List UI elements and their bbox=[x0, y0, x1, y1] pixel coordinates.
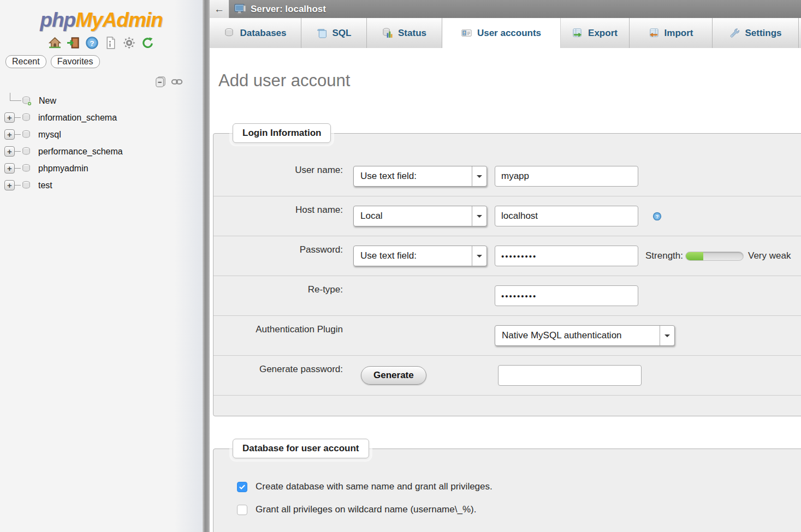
username-input[interactable] bbox=[495, 166, 638, 187]
dropdown-arrow-icon bbox=[472, 206, 486, 226]
tab-label: Settings bbox=[745, 28, 781, 39]
hostname-input[interactable] bbox=[495, 206, 638, 226]
toggle-navigation-button[interactable]: ← bbox=[210, 0, 229, 18]
svg-text:?: ? bbox=[656, 214, 659, 219]
sidebar-resize-handle[interactable] bbox=[203, 0, 210, 532]
expand-icon[interactable] bbox=[4, 146, 15, 157]
tab-export[interactable]: Export bbox=[561, 18, 630, 48]
tree-item-database[interactable]: test bbox=[0, 177, 203, 194]
export-icon bbox=[572, 28, 583, 38]
wrench-icon bbox=[729, 28, 739, 38]
tree-controls bbox=[0, 76, 183, 88]
docs-icon[interactable] bbox=[104, 36, 117, 50]
home-icon[interactable] bbox=[48, 36, 62, 50]
generated-password-input[interactable] bbox=[498, 365, 642, 386]
generate-button[interactable]: Generate bbox=[361, 366, 426, 385]
tab-settings[interactable]: Settings bbox=[713, 18, 799, 48]
expand-icon[interactable] bbox=[4, 112, 15, 123]
tree-item-label: New bbox=[39, 96, 56, 106]
tree-item-label: phpmyadmin bbox=[38, 164, 88, 174]
dropdown-arrow-icon bbox=[472, 246, 486, 266]
username-type-select[interactable]: Use text field: bbox=[353, 166, 487, 187]
settings-icon[interactable] bbox=[122, 36, 136, 50]
selected-option: Use text field: bbox=[360, 171, 417, 182]
strength-label: Strength: bbox=[645, 250, 683, 261]
database-for-user-legend: Database for user account bbox=[233, 439, 369, 458]
back-arrow-icon: ← bbox=[214, 3, 224, 15]
checkbox-label: Create database with same name and grant… bbox=[256, 481, 493, 492]
tab-status[interactable]: Status bbox=[367, 18, 442, 48]
grant-wildcard-checkbox[interactable] bbox=[237, 505, 247, 515]
tree-item-database[interactable]: phpmyadmin bbox=[0, 160, 203, 177]
user-accounts-icon bbox=[461, 28, 472, 38]
dropdown-arrow-icon bbox=[660, 326, 674, 345]
selected-option: Local bbox=[360, 211, 383, 222]
page-title: Add user account bbox=[218, 71, 801, 91]
phpmyadmin-logo[interactable]: phpMyAdmin bbox=[0, 0, 203, 32]
collapse-all-icon[interactable] bbox=[155, 76, 167, 88]
tree-connector bbox=[15, 168, 21, 169]
auth-plugin-row: Authentication Plugin Native MySQL authe… bbox=[213, 316, 801, 356]
username-label: User name: bbox=[227, 157, 343, 176]
tree-item-label: test bbox=[38, 181, 52, 190]
password-label: Password: bbox=[227, 236, 343, 255]
tree-item-new[interactable]: New bbox=[0, 92, 203, 109]
create-database-checkbox[interactable] bbox=[237, 482, 247, 492]
sidebar-toolbar: ? bbox=[0, 36, 203, 50]
strength-meter bbox=[685, 252, 744, 261]
status-icon bbox=[382, 28, 393, 38]
expand-icon[interactable] bbox=[4, 129, 15, 140]
hostname-label: Host name: bbox=[227, 196, 343, 216]
strength-value: Very weak bbox=[748, 250, 791, 261]
tab-databases[interactable]: Databases bbox=[210, 18, 301, 48]
tree-item-database[interactable]: information_schema bbox=[0, 109, 203, 126]
login-information-fieldset: Login Information User name: Use text fi… bbox=[213, 133, 801, 416]
generate-password-row: Generate password: Generate bbox=[213, 356, 801, 396]
help-icon[interactable]: ? bbox=[85, 36, 99, 50]
tree-item-database[interactable]: performance_schema bbox=[0, 143, 203, 160]
expand-icon[interactable] bbox=[4, 163, 15, 174]
database-for-user-fieldset: Database for user account Create databas… bbox=[213, 449, 801, 532]
tab-sql[interactable]: SQL bbox=[301, 18, 367, 48]
hostname-help-icon[interactable]: ? bbox=[652, 212, 662, 221]
tab-label: Import bbox=[664, 28, 693, 39]
topbar: ← Server: localhost bbox=[210, 0, 801, 18]
username-row: User name: Use text field: bbox=[213, 157, 801, 196]
main-panel: ← Server: localhost Databases SQL Status bbox=[210, 0, 801, 532]
expand-icon[interactable] bbox=[4, 180, 15, 190]
retype-password-input[interactable] bbox=[495, 285, 638, 306]
sidebar-quick-tabs: Recent Favorites bbox=[5, 55, 203, 68]
tab-label: Databases bbox=[240, 28, 286, 39]
refresh-icon[interactable] bbox=[141, 36, 155, 50]
password-type-select[interactable]: Use text field: bbox=[353, 246, 487, 266]
tab-user-accounts[interactable]: User accounts bbox=[442, 18, 561, 48]
database-icon bbox=[21, 130, 32, 140]
login-information-legend: Login Information bbox=[233, 123, 331, 143]
navigation-sidebar: phpMyAdmin ? Recent Favorites New bbox=[0, 0, 203, 532]
hostname-type-select[interactable]: Local bbox=[353, 206, 487, 226]
password-strength: Strength: Very weak bbox=[645, 250, 791, 261]
tree-item-label: mysql bbox=[38, 130, 61, 140]
new-database-icon bbox=[21, 96, 32, 106]
exit-icon[interactable] bbox=[67, 36, 80, 50]
retype-label: Re-type: bbox=[227, 276, 343, 295]
tree-item-label: information_schema bbox=[38, 113, 117, 123]
tree-item-label: performance_schema bbox=[38, 147, 123, 157]
tab-import[interactable]: Import bbox=[630, 18, 713, 48]
page-content: Add user account Login Information User … bbox=[210, 48, 801, 532]
selected-option: Native MySQL authentication bbox=[502, 330, 622, 341]
favorites-dropdown[interactable]: Favorites bbox=[51, 55, 100, 68]
tab-label: Export bbox=[588, 28, 618, 39]
database-icon bbox=[21, 113, 32, 123]
grant-wildcard-option: Grant all privileges on wildcard name (u… bbox=[213, 498, 801, 521]
check-icon bbox=[239, 483, 246, 491]
server-icon bbox=[234, 3, 247, 15]
recent-dropdown[interactable]: Recent bbox=[5, 55, 46, 68]
password-row: Password: Use text field: Strength: Very… bbox=[213, 236, 801, 276]
auth-plugin-select[interactable]: Native MySQL authentication bbox=[495, 325, 675, 346]
hostname-row: Host name: Local ? bbox=[213, 196, 801, 236]
server-title[interactable]: Server: localhost bbox=[251, 4, 326, 15]
link-with-main-icon[interactable] bbox=[171, 76, 183, 88]
tree-item-database[interactable]: mysql bbox=[0, 126, 203, 143]
password-input[interactable] bbox=[495, 246, 638, 266]
